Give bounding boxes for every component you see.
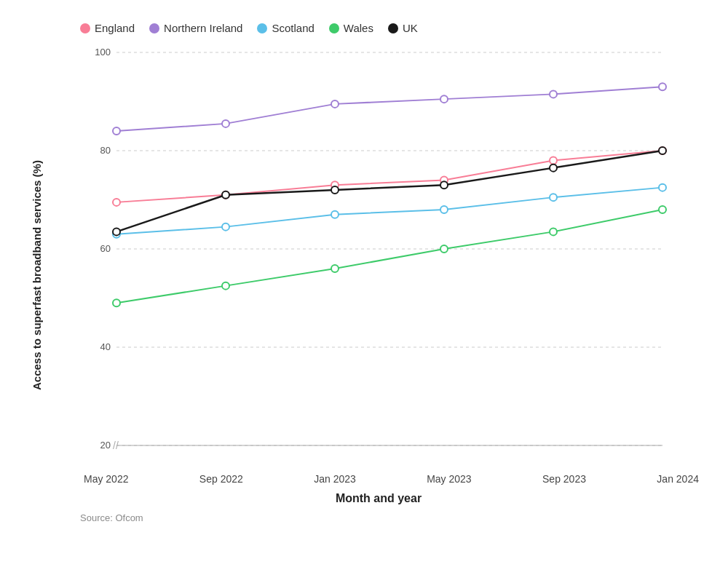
svg-point-33 xyxy=(550,228,557,235)
svg-point-31 xyxy=(331,265,339,272)
svg-point-35 xyxy=(113,228,120,235)
chart-container: England Northern Ireland Scotland Wales … xyxy=(0,0,728,575)
source-text: Source: Ofcom xyxy=(22,512,706,523)
chart-area: Access to superfast broadband services (… xyxy=(22,45,706,505)
legend-dot-england xyxy=(80,23,90,33)
x-axis-title: Month and year xyxy=(51,492,706,505)
y-axis-label: Access to superfast broadband services (… xyxy=(22,45,51,505)
svg-point-15 xyxy=(550,157,557,164)
legend-dot-northern-ireland xyxy=(149,23,159,33)
svg-point-32 xyxy=(440,245,448,253)
legend-item-wales: Wales xyxy=(329,22,373,34)
legend-dot-scotland xyxy=(257,23,267,33)
x-axis-labels: May 2022Sep 2022Jan 2023May 2023Sep 2023… xyxy=(84,467,699,485)
legend-item-scotland: Scotland xyxy=(257,22,314,34)
svg-text:60: 60 xyxy=(100,243,111,254)
svg-point-40 xyxy=(659,147,666,154)
svg-text://: // xyxy=(113,440,119,451)
legend-label-uk: UK xyxy=(403,22,418,34)
svg-point-37 xyxy=(331,186,339,194)
svg-point-20 xyxy=(440,95,448,103)
svg-point-25 xyxy=(331,211,339,218)
svg-point-22 xyxy=(659,83,666,90)
chart-inner: 20406080100// May 2022Sep 2022Jan 2023Ma… xyxy=(51,45,706,505)
svg-text:80: 80 xyxy=(100,145,111,156)
x-axis-tick: May 2022 xyxy=(84,473,128,485)
legend-label-scotland: Scotland xyxy=(272,22,314,34)
legend-dot-wales xyxy=(329,23,339,33)
svg-point-11 xyxy=(113,199,120,206)
chart-svg: 20406080100// xyxy=(51,45,706,467)
svg-point-18 xyxy=(222,120,229,127)
legend-label-england: England xyxy=(95,22,135,34)
svg-point-34 xyxy=(659,206,666,213)
legend-item-northern-ireland: Northern Ireland xyxy=(149,22,242,34)
svg-point-30 xyxy=(222,282,229,290)
legend-label-wales: Wales xyxy=(344,22,373,34)
svg-text:20: 20 xyxy=(100,440,111,451)
x-axis-tick: Sep 2023 xyxy=(542,473,586,485)
svg-point-21 xyxy=(550,90,557,98)
svg-text:40: 40 xyxy=(100,341,111,352)
legend-label-northern-ireland: Northern Ireland xyxy=(164,22,242,34)
grid-and-plot: 20406080100// xyxy=(51,45,706,467)
legend-dot-uk xyxy=(388,23,398,33)
svg-point-38 xyxy=(440,181,448,189)
svg-point-19 xyxy=(331,100,339,108)
legend-item-uk: UK xyxy=(388,22,418,34)
svg-point-26 xyxy=(440,206,448,213)
x-axis-tick: Sep 2022 xyxy=(199,473,243,485)
x-axis-tick: May 2023 xyxy=(427,473,471,485)
svg-point-27 xyxy=(550,194,557,201)
svg-text:100: 100 xyxy=(95,47,111,58)
svg-point-17 xyxy=(113,127,120,135)
legend: England Northern Ireland Scotland Wales … xyxy=(22,15,706,41)
x-axis-tick: Jan 2024 xyxy=(657,473,699,485)
svg-point-36 xyxy=(222,191,229,199)
svg-point-28 xyxy=(659,184,666,191)
x-axis-tick: Jan 2023 xyxy=(314,473,356,485)
svg-point-39 xyxy=(550,164,557,172)
svg-point-29 xyxy=(113,299,120,306)
svg-point-24 xyxy=(222,223,229,231)
legend-item-england: England xyxy=(80,22,135,34)
